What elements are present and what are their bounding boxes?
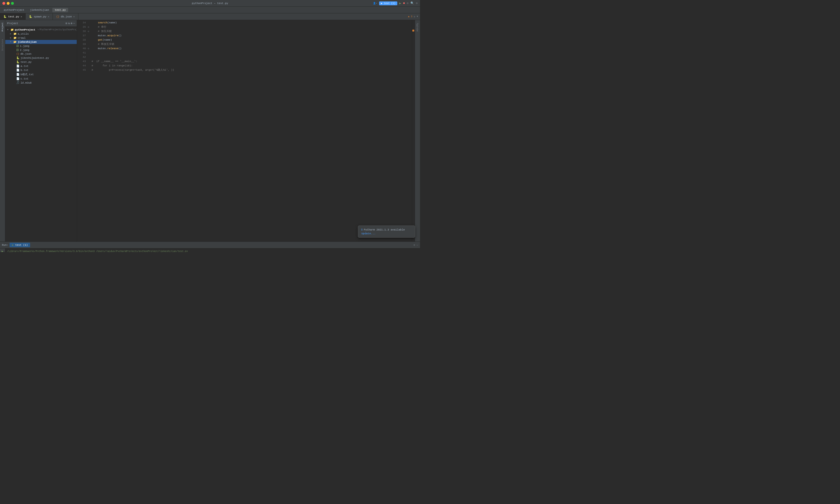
- tree-label-crawl: crawl: [18, 37, 25, 39]
- tab-label-testpy: test.py: [8, 15, 19, 18]
- tree-label-2jpeg: 2.jpeg: [20, 49, 30, 52]
- tree-item-m3u8[interactable]: 🎵 ld.m3u8: [5, 81, 77, 85]
- sort-icon[interactable]: ⇅: [68, 22, 70, 25]
- run-tab-label: test (1): [15, 244, 28, 247]
- editor-area: 34 35 36 37 38 39 40 41 42 43 44 45 ◇ ◇: [77, 20, 420, 241]
- maximize-button[interactable]: [11, 2, 14, 5]
- run-output[interactable]: /Library/Frameworks/Python.framework/Ver…: [5, 248, 420, 252]
- gear-icon[interactable]: ⚙: [71, 22, 72, 25]
- notification-popup: ℹ PyCharm 2021.1.3 available Update...: [358, 226, 415, 238]
- code-content[interactable]: search(name) # 串行 # 加互斥锁 mutex.acquire()…: [91, 20, 412, 241]
- folder-icon-autils: 📁: [13, 32, 17, 35]
- settings-icon[interactable]: ⚙: [416, 1, 418, 5]
- code-line-39: # 释放互斥锁: [91, 42, 412, 46]
- editor-tab-testpy[interactable]: 🐍 test.py ✕: [0, 13, 25, 20]
- warnings-count: ▲ 3: [408, 15, 412, 18]
- tab-label-dbjson: db.json: [61, 15, 72, 18]
- account-icon[interactable]: 👤▾: [373, 2, 377, 5]
- tab-close-spawnpy[interactable]: ✕: [48, 15, 49, 18]
- tree-item-atxt[interactable]: 📄 a.txt: [5, 64, 77, 68]
- gutter-37: [88, 33, 91, 38]
- img-icon-1jpeg: 🖼: [16, 44, 19, 48]
- py-icon-jkjtest: 🐍: [16, 56, 20, 59]
- editor-settings-icon[interactable]: ⚙: [414, 15, 415, 18]
- run-close-icon[interactable]: —: [416, 244, 418, 247]
- folder-icon-root: 📁: [11, 28, 14, 31]
- right-gutter: [412, 20, 415, 241]
- sidebar-left-strip: Project Structure: [0, 20, 5, 241]
- tab-close-dbjson[interactable]: ✕: [73, 15, 75, 18]
- tree-label-root: pythonProject: [15, 29, 35, 31]
- tree-item-bmode[interactable]: 📄 b模式.txt: [5, 72, 77, 77]
- notification-update-link[interactable]: Update...: [362, 232, 412, 235]
- txt-icon-b: 📄: [16, 69, 20, 72]
- tree-item-jikeshijaintest[interactable]: 🐍 jikeshijaintest.py: [5, 56, 77, 60]
- tree-label-atxt: a.txt: [20, 65, 29, 68]
- code-line-40: mutex.release(): [91, 46, 412, 51]
- editor-tab-spawnpy[interactable]: 🐍 spawn.py ✕: [25, 13, 53, 20]
- close-button[interactable]: [2, 2, 5, 5]
- tree-item-root[interactable]: ▼ 📁 pythonProject ~/PycharmProjects/pyth…: [5, 28, 77, 32]
- run-green-icon[interactable]: ▶: [399, 1, 401, 5]
- folder-icon-jkj: 📂: [13, 40, 17, 43]
- py-icon-testpy: 🐍: [16, 60, 20, 64]
- gutter-45: [88, 68, 91, 72]
- run-restart-icon[interactable]: ▶: [2, 249, 4, 252]
- editor-tab-dbjson[interactable]: {} db.json ✕: [53, 13, 78, 20]
- titlebar-actions: 👤▾ ▶ test (1) ▶ ■ ⚙ 🔍 ⚙: [373, 1, 418, 5]
- run-command: /Library/Frameworks/Python.framework/Ver…: [7, 249, 418, 252]
- project-header-title: Project: [7, 22, 18, 25]
- nav-tab-jiekeshijian[interactable]: jiekeshijian: [28, 8, 51, 12]
- structure-label[interactable]: Structure: [1, 38, 4, 52]
- tree-item-btxt[interactable]: 📄 b.txt: [5, 68, 77, 72]
- tree-item-1jpeg[interactable]: 🖼 1.jpeg: [5, 44, 77, 48]
- line-numbers: 34 35 36 37 38 39 40 41 42 43 44 45: [77, 20, 88, 241]
- sidebar-label-advimy[interactable]: AdviMy: [416, 22, 419, 33]
- code-line-37: mutex.acquire(): [91, 33, 412, 38]
- tree-item-jiekeshijian[interactable]: ▼ 📂 jiekeshijian: [5, 40, 77, 44]
- gutter-38: [88, 38, 91, 42]
- tab-close-testpy[interactable]: ✕: [20, 15, 22, 18]
- gutter-36: ◇: [88, 29, 91, 33]
- tree-item-2jpeg[interactable]: 🖼 2.jpeg: [5, 48, 77, 52]
- code-line-35: # 串行: [91, 25, 412, 29]
- stop-icon[interactable]: ■: [403, 2, 405, 5]
- notification-title: ℹ PyCharm 2021.1.3 available: [362, 228, 412, 231]
- tree-label-dbjson2: db.json: [20, 53, 31, 55]
- project-label[interactable]: Project: [1, 21, 4, 33]
- tree-label-ctxt: c.txt: [20, 77, 29, 80]
- minimize-button[interactable]: [7, 2, 10, 5]
- titlebar: pythonProject – test.py 👤▾ ▶ test (1) ▶ …: [0, 0, 420, 7]
- run-tab-play-icon: ▶: [12, 244, 14, 247]
- tree-label-m3u8: ld.m3u8: [20, 82, 32, 84]
- gutter-34: [88, 20, 91, 25]
- nav-tab-testpy[interactable]: test.py: [52, 8, 68, 12]
- run-config[interactable]: ▶ test (1): [379, 1, 397, 5]
- tree-item-ctxt[interactable]: 📄 c.txt: [5, 77, 77, 81]
- project-toolbar: ⊟ ⇅ ⚙ —: [66, 22, 75, 25]
- nav-tab-project[interactable]: pythonProject: [1, 8, 27, 12]
- code-line-45: # p=Process(target=task, args=('%路人%i', …: [91, 68, 412, 72]
- tree-label-autils: a_utils: [18, 33, 29, 35]
- code-line-42: [91, 55, 412, 59]
- tree-item-dbjson[interactable]: {} db.json: [5, 52, 77, 56]
- tree-item-testpy[interactable]: 🐍 test.py: [5, 60, 77, 64]
- editor-tabs: 🐍 test.py ✕ 🐍 spawn.py ✕ {} db.json ✕ ▲ …: [0, 13, 420, 20]
- code-line-43: # if __name__ == '__main__':: [91, 59, 412, 64]
- hide-icon[interactable]: —: [73, 22, 75, 25]
- run-tab-test1[interactable]: ▶ test (1): [10, 243, 30, 247]
- tree-item-autils[interactable]: ▶ 📁 a_utils: [5, 32, 77, 36]
- media-icon-m3u8: 🎵: [16, 81, 20, 84]
- txt-icon-c: 📄: [16, 77, 20, 80]
- notification-info-icon: ℹ: [362, 228, 362, 231]
- search-everywhere-icon[interactable]: 🔍: [410, 1, 414, 5]
- expand-icon[interactable]: ▼: [417, 15, 418, 18]
- collapse-all-icon[interactable]: ⊟: [66, 22, 67, 25]
- run-settings-icon[interactable]: ⚙: [414, 244, 415, 247]
- tree-item-crawl[interactable]: ▶ 📁 crawl: [5, 36, 77, 40]
- traffic-lights[interactable]: [2, 2, 14, 5]
- tree-path-root: ~/PycharmProjects/pythonProject: [37, 29, 77, 31]
- nav-tabs: pythonProject jiekeshijian test.py: [0, 7, 420, 13]
- tools-icon[interactable]: ⚙: [407, 1, 408, 5]
- txt-icon-bmode: 📄: [16, 73, 20, 76]
